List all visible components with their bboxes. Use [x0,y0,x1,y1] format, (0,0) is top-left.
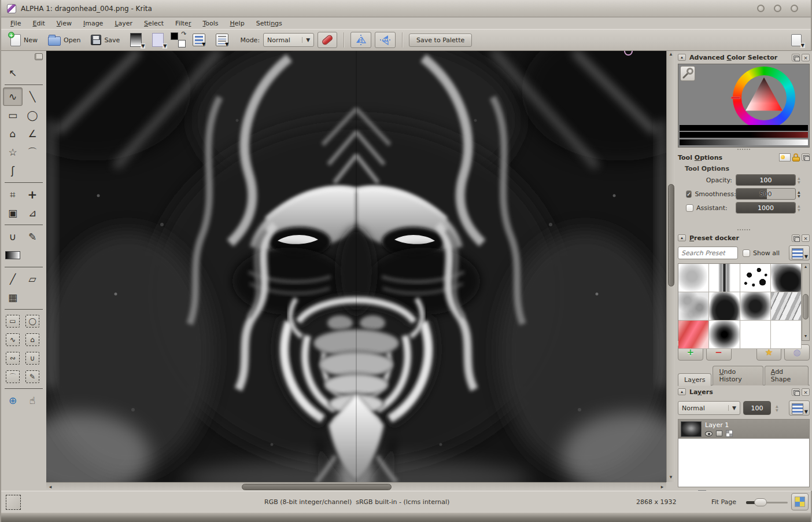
scroll-down-icon[interactable]: ▾ [802,333,809,340]
show-all-checkbox[interactable] [743,249,750,257]
shade-bar-red[interactable] [680,132,808,138]
float-docker-icon[interactable] [792,54,800,61]
save-to-palette-button[interactable]: Save to Palette [409,34,472,47]
eraser-mode-button[interactable] [318,32,337,48]
smoothness-checkbox[interactable]: ✓ [686,190,692,198]
tool-grid[interactable]: ▦ [3,288,23,307]
selection-indicator-icon[interactable] [6,495,21,510]
assistant-spinner[interactable]: ▲▼ [798,204,800,212]
pattern-chooser-button[interactable]: ▼ [149,31,167,49]
menu-tools[interactable]: Tools [198,19,223,28]
layer-view-mode-button[interactable]: ▼ [789,400,810,416]
tool-select-contiguous[interactable]: ∪ [23,349,42,367]
blend-mode-combobox[interactable]: Normal ▼ [263,33,314,47]
color-selector-settings-button[interactable] [680,66,695,81]
fg-bg-colors-widget[interactable]: ↷ [171,32,186,47]
menu-edit[interactable]: Edit [28,19,49,28]
tool-perspective-grid[interactable]: ▱ [23,270,42,288]
tool-select-shapes[interactable]: ↖ [3,64,23,82]
hscroll-track[interactable] [54,483,658,491]
layer-opacity-spinner[interactable]: ▲▼ [776,404,778,412]
preset-scrollbar[interactable]: ▴ ▾ [802,264,809,340]
value-gradient-bar[interactable] [680,139,808,145]
close-docker-icon[interactable]: × [802,54,810,61]
smoothness-slider[interactable]: 500 [736,188,796,200]
menu-image[interactable]: Image [79,19,108,28]
preset-ink-splatter[interactable] [740,264,771,292]
vscroll-thumb[interactable] [668,184,674,286]
gradient-chooser-button[interactable]: ▼ [127,31,145,49]
canvas-hscrollbar[interactable]: ◂ ▸ [46,482,666,491]
mirror-horizontal-button[interactable] [375,32,396,48]
tool-zoom[interactable]: ⊕ [3,391,23,410]
preset-blank[interactable] [771,321,802,349]
close-docker-icon[interactable]: × [802,388,810,396]
close-button[interactable] [791,5,798,12]
menu-help[interactable]: Help [226,19,249,28]
layer-row[interactable]: Layer 1 [678,420,809,439]
preset-blank[interactable] [740,321,771,349]
preset-pencil-sketch[interactable] [709,264,740,292]
menu-view[interactable]: View [52,19,76,28]
tool-move[interactable]: + [23,185,42,204]
preset-strokes-gray[interactable] [771,292,802,321]
tool-path[interactable]: ⌒ [23,143,42,161]
layer-lock-icon[interactable] [716,431,722,436]
lock-icon[interactable] [792,153,800,161]
collapse-icon[interactable]: ▴ [678,388,686,395]
layer-visibility-icon[interactable] [705,431,713,436]
layer-blend-mode-combobox[interactable]: Normal ▼ [678,401,740,415]
scroll-up-icon[interactable]: ▴ [802,264,809,271]
tool-rectangle[interactable]: ▭ [3,106,23,124]
brush-preset-chooser-button[interactable]: ▼ [189,32,209,48]
tool-select-similar[interactable]: ✎ [23,367,42,386]
layer-opacity-slider[interactable]: 100 [743,401,771,415]
swap-colors-icon[interactable]: ↷ [181,30,186,38]
menu-file[interactable]: File [6,19,25,28]
tool-select-outline[interactable]: ∾ [3,349,23,367]
layer-alpha-icon[interactable] [726,430,733,437]
float-docker-icon[interactable] [792,234,800,242]
tool-select-elliptical[interactable]: ◯ [23,312,42,330]
tool-measure[interactable]: ⊿ [23,204,42,222]
open-button[interactable]: Open [45,32,84,47]
close-docker-icon[interactable]: × [802,234,810,242]
titlebar[interactable]: ALPHA 1: dragonhead_004.png - Krita [1,0,811,17]
scroll-down-icon[interactable]: ▾ [667,474,675,482]
float-docker-icon[interactable] [802,153,810,161]
brush-settings-button[interactable]: ▼ [212,32,232,48]
tool-select-rectangular[interactable]: ▭ [3,312,23,330]
tool-pan[interactable]: ☝ [23,391,42,410]
preset-airbrush-soft[interactable] [709,321,740,349]
preset-texture-clouds[interactable] [678,292,709,321]
mirror-vertical-button[interactable] [350,32,371,48]
tool-color-picker[interactable]: ✎ [23,227,42,246]
advanced-color-selector[interactable] [678,64,810,148]
menu-settings[interactable]: Settings [252,19,287,28]
float-docker-icon[interactable] [792,388,800,396]
opacity-slider[interactable]: 100 [736,174,796,186]
collapse-icon[interactable]: ▴ [678,54,686,61]
canvas-artwork[interactable] [46,51,666,482]
toolbox-float-icon[interactable] [35,53,43,60]
tool-polyline[interactable]: ∠ [23,124,42,143]
tool-dynamic-brush[interactable]: ʃ [3,161,23,180]
tool-polygon[interactable]: ⌂ [3,124,23,143]
smoothness-spinner[interactable]: ▲▼ [798,190,800,198]
zoom-slider-thumb[interactable] [754,498,767,506]
tool-crop[interactable]: ⌗ [3,185,23,204]
preset-sponge-fuzzy[interactable] [740,292,771,321]
canvas-viewport[interactable] [46,51,666,482]
preset-chalk-soft[interactable] [678,264,709,292]
tab-layers[interactable]: Layers [678,373,711,386]
menu-select[interactable]: Select [139,19,168,28]
new-button[interactable]: + New [7,32,41,48]
menu-layer[interactable]: Layer [110,19,137,28]
canvas-only-mode-button[interactable] [791,493,809,510]
collapse-icon[interactable]: ▴ [678,234,686,241]
tool-select-polygonal[interactable]: ⌂ [23,330,42,349]
color-history-bar[interactable] [680,125,808,131]
scroll-up-icon[interactable]: ▴ [667,51,675,59]
menu-filter[interactable]: Filter [171,19,195,28]
docker-splitter[interactable] [678,228,810,231]
